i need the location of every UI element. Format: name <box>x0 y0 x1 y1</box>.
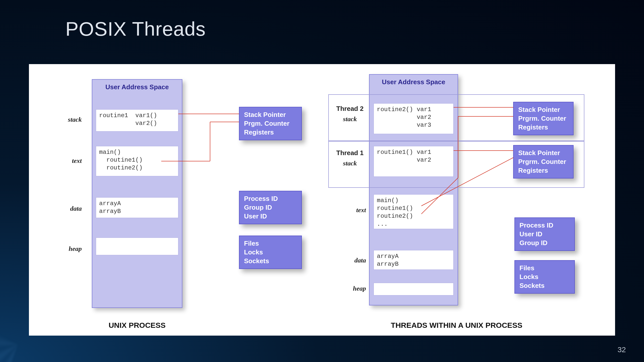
slide-number: 32 <box>618 345 626 354</box>
right-data-label: data <box>331 257 366 264</box>
left-stack-cell: routine1 var1() var2() <box>96 109 178 131</box>
left-text-cell: main() routine1() routine2() <box>96 146 178 176</box>
thread2-label: Thread 2 <box>330 105 370 113</box>
left-ids-box: Process ID Group ID User ID <box>239 191 302 224</box>
left-caption: UNIX PROCESS <box>92 321 182 330</box>
left-files-box: Files Locks Sockets <box>239 236 302 269</box>
left-regs-box: Stack Pointer Prgm. Counter Registers <box>239 107 302 140</box>
diagram-area: User Address Space routine1 var1() var2(… <box>29 64 615 336</box>
right-caption: THREADS WITHIN A UNIX PROCESS <box>328 321 585 330</box>
right-heap-cell <box>374 283 454 295</box>
left-data-cell: arrayA arrayB <box>96 197 178 218</box>
right-data-cell: arrayA arrayB <box>374 250 454 270</box>
left-text-label: text <box>47 157 82 165</box>
right-text-cell: main() routine1() routine2() ... <box>374 194 454 229</box>
right-heap-label: heap <box>331 285 366 292</box>
slide-title: POSIX Threads <box>65 18 206 40</box>
left-uas-header: User Address Space <box>92 80 182 96</box>
thread2-regs-box: Stack Pointer Prgrm. Counter Registers <box>513 102 574 135</box>
thread2-stack-cell: routine2() var1 var2 var3 <box>374 103 454 134</box>
left-heap-label: heap <box>47 245 82 253</box>
right-uas-header: User Address Space <box>370 75 458 90</box>
left-data-label: data <box>47 205 82 212</box>
left-heap-cell <box>96 238 178 255</box>
thread1-stack-cell: routine1() var1 var2 <box>374 146 454 177</box>
right-files-box: Files Locks Sockets <box>514 260 575 294</box>
thread1-label: Thread 1 <box>330 149 370 157</box>
right-ids-box: Process ID User ID Group ID <box>514 217 575 251</box>
thread1-regs-box: Stack Pointer Prgrm. Counter Registers <box>513 145 574 178</box>
thread1-sublabel: stack <box>330 160 370 167</box>
right-text-label: text <box>331 206 366 214</box>
left-stack-label: stack <box>47 116 82 123</box>
thread2-sublabel: stack <box>330 115 370 123</box>
